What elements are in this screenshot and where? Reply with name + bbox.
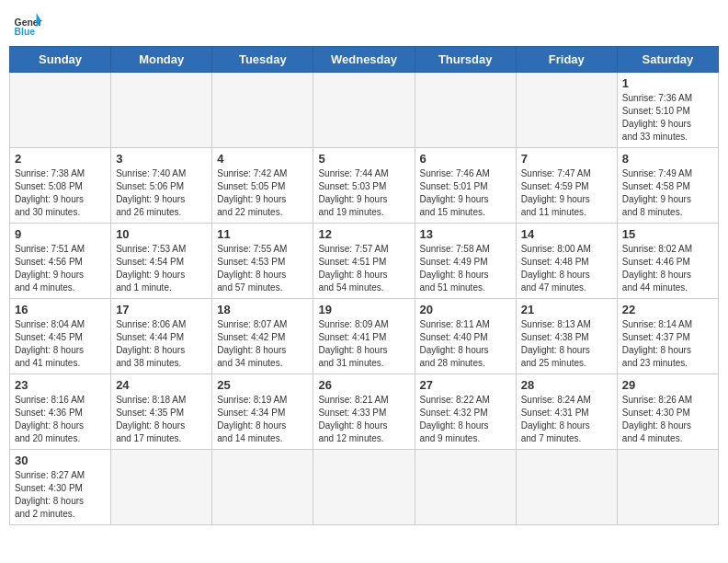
day-info: Sunrise: 8:22 AM Sunset: 4:32 PM Dayligh… — [420, 394, 511, 445]
day-info: Sunrise: 7:57 AM Sunset: 4:51 PM Dayligh… — [318, 243, 409, 294]
calendar-cell: 28Sunrise: 8:24 AM Sunset: 4:31 PM Dayli… — [516, 374, 617, 450]
calendar-cell — [212, 450, 313, 525]
day-header-monday: Monday — [111, 47, 212, 73]
calendar-cell — [313, 450, 415, 525]
calendar-cell: 23Sunrise: 8:16 AM Sunset: 4:36 PM Dayli… — [10, 374, 111, 450]
page-header: General Blue — [9, 9, 719, 39]
day-info: Sunrise: 7:42 AM Sunset: 5:05 PM Dayligh… — [217, 167, 308, 219]
calendar-cell: 21Sunrise: 8:13 AM Sunset: 4:38 PM Dayli… — [516, 299, 617, 374]
logo: General Blue — [13, 9, 42, 39]
day-info: Sunrise: 8:16 AM Sunset: 4:36 PM Dayligh… — [15, 394, 106, 445]
day-info: Sunrise: 7:47 AM Sunset: 4:59 PM Dayligh… — [521, 167, 612, 219]
day-info: Sunrise: 7:38 AM Sunset: 5:08 PM Dayligh… — [15, 167, 106, 219]
day-number: 19 — [318, 303, 409, 316]
calendar-cell: 6Sunrise: 7:46 AM Sunset: 5:01 PM Daylig… — [415, 148, 516, 224]
calendar-cell: 5Sunrise: 7:44 AM Sunset: 5:03 PM Daylig… — [313, 148, 415, 224]
day-info: Sunrise: 7:53 AM Sunset: 4:54 PM Dayligh… — [116, 243, 207, 294]
calendar-cell: 15Sunrise: 8:02 AM Sunset: 4:46 PM Dayli… — [617, 224, 718, 299]
calendar-cell: 12Sunrise: 7:57 AM Sunset: 4:51 PM Dayli… — [313, 224, 415, 299]
calendar-cell: 18Sunrise: 8:07 AM Sunset: 4:42 PM Dayli… — [212, 299, 313, 374]
day-number: 28 — [521, 378, 612, 392]
calendar-cell: 24Sunrise: 8:18 AM Sunset: 4:35 PM Dayli… — [111, 374, 212, 450]
calendar-cell — [111, 73, 212, 148]
calendar-week-1: 1Sunrise: 7:36 AM Sunset: 5:10 PM Daylig… — [10, 73, 719, 148]
day-info: Sunrise: 8:18 AM Sunset: 4:35 PM Dayligh… — [116, 394, 207, 445]
calendar-cell — [516, 450, 617, 525]
calendar-header-row: SundayMondayTuesdayWednesdayThursdayFrid… — [10, 47, 719, 73]
calendar-cell — [313, 73, 415, 148]
calendar-cell: 2Sunrise: 7:38 AM Sunset: 5:08 PM Daylig… — [10, 148, 111, 224]
calendar-cell: 22Sunrise: 8:14 AM Sunset: 4:37 PM Dayli… — [617, 299, 718, 374]
day-info: Sunrise: 8:11 AM Sunset: 4:40 PM Dayligh… — [420, 318, 511, 370]
day-number: 11 — [217, 227, 308, 241]
day-header-wednesday: Wednesday — [313, 47, 415, 73]
calendar-cell: 29Sunrise: 8:26 AM Sunset: 4:30 PM Dayli… — [617, 374, 718, 450]
day-number: 24 — [116, 378, 207, 392]
day-number: 16 — [15, 303, 106, 316]
day-info: Sunrise: 8:06 AM Sunset: 4:44 PM Dayligh… — [116, 318, 207, 370]
day-number: 10 — [116, 227, 207, 241]
day-number: 8 — [622, 152, 713, 166]
calendar-cell — [415, 73, 516, 148]
calendar-cell: 19Sunrise: 8:09 AM Sunset: 4:41 PM Dayli… — [313, 299, 415, 374]
calendar-cell: 9Sunrise: 7:51 AM Sunset: 4:56 PM Daylig… — [10, 224, 111, 299]
day-number: 15 — [622, 227, 713, 241]
logo-icon: General Blue — [13, 9, 42, 39]
calendar-cell: 30Sunrise: 8:27 AM Sunset: 4:30 PM Dayli… — [10, 450, 111, 525]
calendar-week-2: 2Sunrise: 7:38 AM Sunset: 5:08 PM Daylig… — [10, 148, 719, 224]
day-header-friday: Friday — [516, 47, 617, 73]
calendar-cell: 14Sunrise: 8:00 AM Sunset: 4:48 PM Dayli… — [516, 224, 617, 299]
day-number: 13 — [420, 227, 511, 241]
day-info: Sunrise: 8:04 AM Sunset: 4:45 PM Dayligh… — [15, 318, 106, 370]
day-number: 26 — [318, 378, 409, 392]
calendar-cell — [415, 450, 516, 525]
day-info: Sunrise: 7:40 AM Sunset: 5:06 PM Dayligh… — [116, 167, 207, 219]
calendar-cell — [111, 450, 212, 525]
day-info: Sunrise: 8:19 AM Sunset: 4:34 PM Dayligh… — [217, 394, 308, 445]
day-info: Sunrise: 8:21 AM Sunset: 4:33 PM Dayligh… — [318, 394, 409, 445]
day-number: 1 — [622, 76, 713, 90]
calendar-table: SundayMondayTuesdayWednesdayThursdayFrid… — [9, 46, 719, 525]
calendar-cell: 7Sunrise: 7:47 AM Sunset: 4:59 PM Daylig… — [516, 148, 617, 224]
calendar-cell: 26Sunrise: 8:21 AM Sunset: 4:33 PM Dayli… — [313, 374, 415, 450]
calendar-cell — [212, 73, 313, 148]
day-info: Sunrise: 7:55 AM Sunset: 4:53 PM Dayligh… — [217, 243, 308, 294]
day-number: 20 — [420, 303, 511, 316]
calendar-cell: 13Sunrise: 7:58 AM Sunset: 4:49 PM Dayli… — [415, 224, 516, 299]
calendar-cell: 4Sunrise: 7:42 AM Sunset: 5:05 PM Daylig… — [212, 148, 313, 224]
day-info: Sunrise: 8:02 AM Sunset: 4:46 PM Dayligh… — [622, 243, 713, 294]
day-number: 23 — [15, 378, 106, 392]
day-info: Sunrise: 8:13 AM Sunset: 4:38 PM Dayligh… — [521, 318, 612, 370]
day-number: 12 — [318, 227, 409, 241]
day-info: Sunrise: 7:58 AM Sunset: 4:49 PM Dayligh… — [420, 243, 511, 294]
day-number: 30 — [15, 454, 106, 467]
calendar-cell: 27Sunrise: 8:22 AM Sunset: 4:32 PM Dayli… — [415, 374, 516, 450]
day-info: Sunrise: 7:36 AM Sunset: 5:10 PM Dayligh… — [622, 92, 713, 144]
day-number: 22 — [622, 303, 713, 316]
day-info: Sunrise: 8:26 AM Sunset: 4:30 PM Dayligh… — [622, 394, 713, 445]
calendar-week-3: 9Sunrise: 7:51 AM Sunset: 4:56 PM Daylig… — [10, 224, 719, 299]
day-info: Sunrise: 8:14 AM Sunset: 4:37 PM Dayligh… — [622, 318, 713, 370]
calendar-cell: 1Sunrise: 7:36 AM Sunset: 5:10 PM Daylig… — [617, 73, 718, 148]
day-info: Sunrise: 8:27 AM Sunset: 4:30 PM Dayligh… — [15, 469, 106, 521]
day-number: 17 — [116, 303, 207, 316]
calendar-cell: 11Sunrise: 7:55 AM Sunset: 4:53 PM Dayli… — [212, 224, 313, 299]
calendar-cell: 3Sunrise: 7:40 AM Sunset: 5:06 PM Daylig… — [111, 148, 212, 224]
day-number: 18 — [217, 303, 308, 316]
day-info: Sunrise: 8:09 AM Sunset: 4:41 PM Dayligh… — [318, 318, 409, 370]
day-number: 27 — [420, 378, 511, 392]
day-header-saturday: Saturday — [617, 47, 718, 73]
day-number: 9 — [15, 227, 106, 241]
calendar-cell — [617, 450, 718, 525]
day-number: 25 — [217, 378, 308, 392]
day-number: 6 — [420, 152, 511, 166]
calendar-cell: 8Sunrise: 7:49 AM Sunset: 4:58 PM Daylig… — [617, 148, 718, 224]
day-header-sunday: Sunday — [10, 47, 111, 73]
calendar-cell — [516, 73, 617, 148]
day-number: 4 — [217, 152, 308, 166]
day-info: Sunrise: 7:49 AM Sunset: 4:58 PM Dayligh… — [622, 167, 713, 219]
calendar-cell: 16Sunrise: 8:04 AM Sunset: 4:45 PM Dayli… — [10, 299, 111, 374]
calendar-cell: 20Sunrise: 8:11 AM Sunset: 4:40 PM Dayli… — [415, 299, 516, 374]
calendar-cell — [10, 73, 111, 148]
day-info: Sunrise: 7:46 AM Sunset: 5:01 PM Dayligh… — [420, 167, 511, 219]
